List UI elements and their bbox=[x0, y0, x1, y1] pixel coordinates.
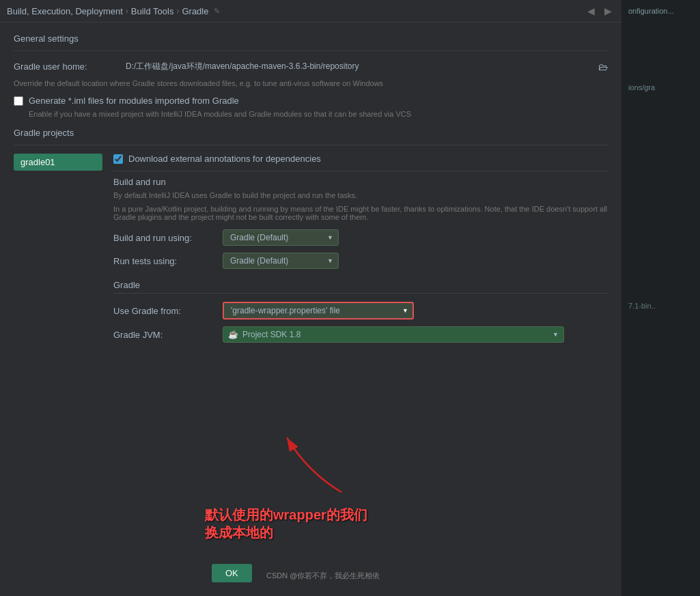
right-panel: onfiguration... ions/gra 7.1-bin.. bbox=[621, 0, 700, 596]
gradle-jvm-dropdown-wrapper: ☕ Project SDK 1.8 bbox=[223, 326, 564, 343]
right-bottom-text: 7.1-bin.. bbox=[628, 302, 693, 310]
build-run-title: Build and run bbox=[113, 177, 608, 187]
csdn-watermark: CSDN @你若不弃，我必生死相依 bbox=[266, 571, 380, 581]
build-run-warning: In a pure Java/Kotlin project, building … bbox=[113, 205, 608, 221]
gradle-user-home-label: Gradle user home: bbox=[14, 61, 123, 72]
breadcrumb-part3: Gradle bbox=[182, 6, 208, 16]
gradle-jvm-select[interactable]: Project SDK 1.8 bbox=[223, 326, 564, 343]
project-item-gradle01[interactable]: gradle01 bbox=[14, 154, 102, 171]
gradle-user-home-row: Gradle user home: D:/工作磁盘/java环境/maven/a… bbox=[14, 59, 608, 74]
ok-button[interactable]: OK bbox=[212, 564, 252, 582]
gradle-projects-title: Gradle projects bbox=[14, 128, 608, 138]
breadcrumb-part1: Build, Execution, Deployment bbox=[7, 6, 123, 16]
general-settings-divider bbox=[14, 51, 608, 51]
nav-arrows: ◀ ▶ bbox=[585, 4, 615, 18]
gradle-user-home-input-wrapper: D:/工作磁盘/java环境/maven/apache-maven-3.6.3-… bbox=[123, 59, 608, 74]
content-area: General settings Gradle user home: D:/工作… bbox=[0, 23, 621, 596]
browse-folder-button[interactable]: 🗁 bbox=[598, 61, 608, 72]
generate-iml-hint: Enable if you have a mixed project with … bbox=[29, 110, 608, 118]
gradle-jvm-row: Gradle JVM: ☕ Project SDK 1.8 bbox=[113, 326, 608, 343]
use-gradle-dropdown-wrapper: 'gradle-wrapper.properties' file bbox=[223, 302, 414, 320]
gradle-projects-section: Gradle projects gradle01 Download extern… bbox=[14, 128, 608, 350]
breadcrumb: Build, Execution, Deployment › Build Too… bbox=[7, 6, 220, 16]
build-and-run-section: Build and run By default IntelliJ IDEA u… bbox=[113, 171, 608, 269]
general-settings-section: General settings Gradle user home: D:/工作… bbox=[14, 33, 608, 118]
gradle-user-home-value: D:/工作磁盘/java环境/maven/apache-maven-3.6.3-… bbox=[123, 59, 594, 74]
breadcrumb-part2: Build Tools bbox=[131, 6, 174, 16]
right-mid-text: ions/gra bbox=[628, 83, 693, 91]
run-tests-select[interactable]: Gradle (Default) bbox=[223, 253, 339, 269]
use-gradle-select[interactable]: 'gradle-wrapper.properties' file bbox=[223, 302, 414, 320]
build-using-label: Build and run using: bbox=[113, 233, 223, 243]
project-settings: Download external annotations for depend… bbox=[113, 154, 608, 350]
gradle-projects-divider bbox=[14, 145, 608, 145]
build-run-desc: By default IntelliJ IDEA uses Gradle to … bbox=[113, 191, 608, 199]
download-annotations-checkbox[interactable] bbox=[113, 154, 123, 164]
use-gradle-label: Use Gradle from: bbox=[113, 306, 223, 316]
download-annotations-label[interactable]: Download external annotations for depend… bbox=[128, 154, 321, 164]
download-annotations-row: Download external annotations for depend… bbox=[113, 154, 608, 164]
back-button[interactable]: ◀ bbox=[585, 4, 598, 18]
projects-content: gradle01 Download external annotations f… bbox=[14, 154, 608, 350]
breadcrumb-sep1: › bbox=[126, 6, 128, 16]
run-tests-row: Run tests using: Gradle (Default) bbox=[113, 253, 608, 269]
generate-iml-label[interactable]: Generate *.iml files for modules importe… bbox=[29, 96, 239, 106]
run-tests-dropdown-wrapper: Gradle (Default) bbox=[223, 253, 339, 269]
gradle-inner-divider bbox=[113, 293, 608, 294]
generate-iml-checkbox[interactable] bbox=[14, 96, 23, 106]
right-top-text: onfiguration... bbox=[628, 7, 693, 15]
build-using-dropdown-wrapper: Gradle (Default) bbox=[223, 229, 339, 246]
forward-button[interactable]: ▶ bbox=[602, 4, 615, 18]
gradle-inner-title: Gradle bbox=[113, 280, 608, 290]
run-tests-label: Run tests using: bbox=[113, 256, 223, 266]
gradle-inner-section: Gradle Use Gradle from: 'gradle-wrapper.… bbox=[113, 280, 608, 343]
general-settings-title: General settings bbox=[14, 33, 608, 44]
projects-list: gradle01 bbox=[14, 154, 102, 350]
right-panel-content: onfiguration... ions/gra 7.1-bin.. bbox=[621, 0, 700, 317]
gradle-home-hint: Override the default location where Grad… bbox=[14, 79, 608, 87]
build-using-select[interactable]: Gradle (Default) bbox=[223, 229, 339, 246]
build-run-top-divider bbox=[113, 171, 608, 171]
build-using-row: Build and run using: Gradle (Default) bbox=[113, 229, 608, 246]
generate-iml-row: Generate *.iml files for modules importe… bbox=[14, 96, 608, 106]
use-gradle-row: Use Gradle from: 'gradle-wrapper.propert… bbox=[113, 302, 608, 320]
edit-icon: ✎ bbox=[214, 7, 220, 16]
main-panel: Build, Execution, Deployment › Build Too… bbox=[0, 0, 621, 596]
gradle-jvm-label: Gradle JVM: bbox=[113, 330, 223, 340]
breadcrumb-sep2: › bbox=[176, 6, 179, 16]
title-bar: Build, Execution, Deployment › Build Too… bbox=[0, 0, 621, 23]
